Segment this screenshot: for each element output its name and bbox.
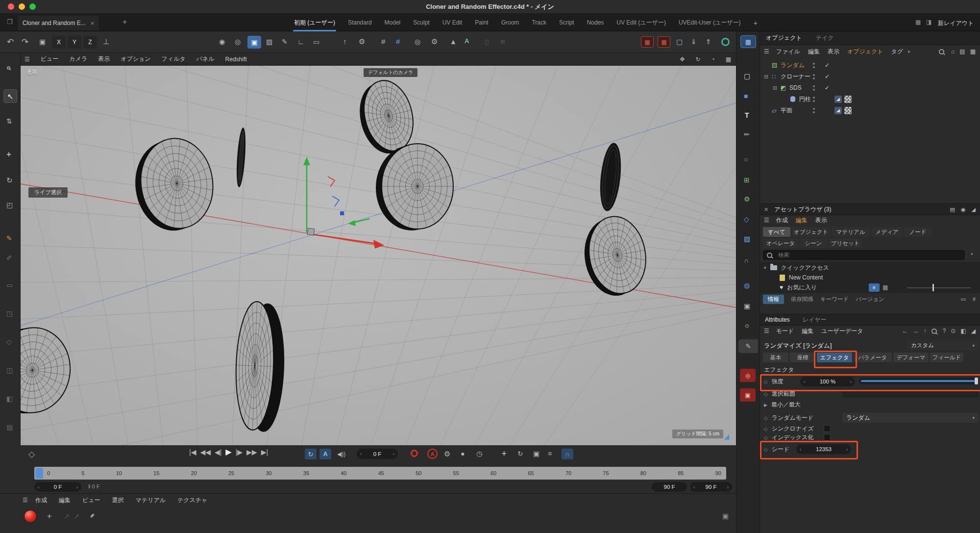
- layout-tab[interactable]: Model: [385, 19, 401, 26]
- plane-tool-icon[interactable]: ▭: [313, 38, 319, 45]
- keyframe-dot-icon[interactable]: ●: [461, 450, 465, 457]
- pen-tool-icon[interactable]: ✎: [282, 38, 288, 45]
- selection-field[interactable]: [842, 390, 979, 397]
- axis-lock-y-button[interactable]: Y: [68, 36, 81, 49]
- record-keyframe-icon[interactable]: [411, 450, 418, 457]
- workplane-up-icon[interactable]: ↑: [343, 38, 347, 45]
- preset-dropdown[interactable]: カスタム ▾: [907, 341, 979, 350]
- visibility-dots[interactable]: [813, 97, 815, 102]
- enabled-check-icon[interactable]: ✓: [825, 62, 830, 69]
- material-menu-create[interactable]: 作成: [35, 496, 47, 505]
- ab-menu-view[interactable]: 表示: [815, 216, 827, 225]
- tab-takes[interactable]: テイク: [816, 34, 834, 42]
- live-selection-tool-active[interactable]: ↖: [3, 89, 17, 103]
- render-view-button[interactable]: ▦: [641, 36, 654, 48]
- close-tab-icon[interactable]: ×: [91, 20, 95, 27]
- grid-view-icon[interactable]: ▦: [882, 284, 888, 290]
- om-menu-view[interactable]: 表示: [828, 48, 839, 56]
- redshift-light-button[interactable]: ◎: [740, 369, 756, 382]
- attr-menu-mode[interactable]: モード: [776, 327, 794, 335]
- ab-tab-nodes[interactable]: ノード: [904, 227, 931, 237]
- collapse-icon[interactable]: ⊟: [764, 74, 768, 79]
- minmax-row[interactable]: ▶ 最小／最大: [760, 400, 980, 409]
- attr-tab-deformer[interactable]: デフォーマ: [893, 353, 929, 362]
- visibility-dots[interactable]: [813, 63, 815, 68]
- om-grid-icon[interactable]: ▦: [970, 49, 976, 54]
- ab-record-icon[interactable]: ◉: [961, 207, 966, 212]
- attr-tab-basic[interactable]: 基本: [763, 353, 788, 362]
- ab-menu-edit[interactable]: 編集: [796, 216, 808, 225]
- redshift-camera-button[interactable]: ▣: [740, 388, 756, 402]
- om-menu-edit[interactable]: 編集: [808, 48, 820, 56]
- team-render-icon[interactable]: [721, 38, 730, 46]
- material-thumbnail-red[interactable]: [24, 510, 36, 522]
- toggle-views-icon[interactable]: ▦: [726, 56, 731, 62]
- folder-row-new-content[interactable]: New Content: [760, 273, 980, 282]
- spline-pen-icon[interactable]: ✎: [6, 235, 12, 242]
- axis-modify-icon[interactable]: ▲: [450, 38, 457, 45]
- layout-selector-active[interactable]: ▦: [740, 35, 756, 48]
- synchronize-checkbox[interactable]: [824, 425, 831, 432]
- material-hamburger-icon[interactable]: ☰: [23, 497, 28, 503]
- dotted-circle-icon[interactable]: ○: [744, 156, 748, 163]
- undo-icon[interactable]: ↶: [7, 38, 14, 46]
- om-home-icon[interactable]: ⌂: [951, 49, 955, 54]
- notch-pencil-button[interactable]: ✎: [738, 339, 758, 353]
- field-icon[interactable]: ◧: [6, 395, 13, 402]
- range-start-inc-icon[interactable]: ›: [76, 484, 78, 490]
- wire-cube-icon[interactable]: ▨: [744, 235, 750, 242]
- loop-mode-button[interactable]: ↻: [305, 449, 317, 459]
- current-frame-field[interactable]: ‹ 0 F ›: [357, 449, 398, 459]
- param-diamond-icon[interactable]: ◇: [764, 379, 768, 384]
- tree-row-cloner[interactable]: ⊟ ∷ クローナー ✓: [760, 71, 980, 82]
- brush-icon[interactable]: ✏: [744, 131, 750, 138]
- list-view-button[interactable]: ≡: [869, 283, 880, 292]
- add-cube-green-icon[interactable]: ⊞: [744, 177, 750, 183]
- attr-menu-edit[interactable]: 編集: [802, 327, 813, 335]
- diamond-blue-icon[interactable]: ◇: [744, 216, 749, 223]
- strength-field[interactable]: ‹ 100 % ›: [800, 377, 855, 386]
- tree-row-cylinder[interactable]: 円柱 ◢: [760, 94, 980, 104]
- visibility-dots[interactable]: [813, 108, 815, 113]
- grid-snap-active-icon[interactable]: #: [396, 38, 400, 45]
- range-start-field[interactable]: ‹ 0 F ›: [34, 482, 81, 492]
- move-tool-icon[interactable]: +: [6, 150, 11, 158]
- light-icon[interactable]: ☼: [744, 322, 750, 329]
- attr-tab-falloff[interactable]: フィールド: [930, 353, 963, 362]
- viewport-menu-redshift[interactable]: Redshift: [225, 56, 247, 63]
- axis-lock-x-button[interactable]: X: [52, 36, 66, 49]
- ab-search-dropdown-icon[interactable]: ▾: [971, 252, 973, 256]
- om-menu-more-icon[interactable]: ▸: [908, 49, 910, 54]
- extrude-icon[interactable]: ◳: [6, 310, 13, 317]
- info-panel-icon[interactable]: ▭: [960, 297, 965, 302]
- attr-hamburger-icon[interactable]: ☰: [764, 328, 769, 334]
- layout-tab[interactable]: Track: [532, 19, 546, 26]
- phong-tag-icon[interactable]: ◢: [834, 96, 842, 103]
- popout-icon[interactable]: ◢: [971, 328, 976, 334]
- info-tab[interactable]: 依存関係: [791, 296, 813, 303]
- layout-tab[interactable]: UV Edit (ユーザー): [616, 19, 666, 27]
- render-picture-viewer-button[interactable]: ▦: [658, 36, 670, 48]
- target-icon[interactable]: ◎: [415, 38, 420, 45]
- strength-slider-handle[interactable]: [975, 378, 978, 384]
- tree-row-sds[interactable]: ⊟ ◩ SDS ✓: [760, 82, 980, 93]
- next-frame-icon[interactable]: |▶: [236, 449, 243, 456]
- modeling-ring2-icon[interactable]: ◎: [235, 38, 241, 45]
- coordinate-system-icon[interactable]: ⊥: [103, 38, 109, 45]
- param-diamond-icon[interactable]: ◇: [764, 435, 768, 440]
- attr-tab-effector[interactable]: エフェクタ: [817, 353, 852, 362]
- ab-tab-presets[interactable]: プリセット: [829, 238, 862, 248]
- param-diamond-icon[interactable]: ◇: [764, 415, 768, 421]
- shape-square-icon[interactable]: ▢: [744, 73, 750, 79]
- material-menu-select[interactable]: 選択: [112, 496, 124, 505]
- add-material-icon[interactable]: +: [47, 512, 51, 520]
- view-maximize-icon[interactable]: ◢: [724, 432, 729, 440]
- ab-search-box[interactable]: [763, 250, 965, 260]
- key-scale-icon[interactable]: ▣: [533, 450, 539, 457]
- rotate-view-icon[interactable]: ↻: [695, 56, 700, 62]
- export-up-icon[interactable]: ⇑: [706, 38, 711, 45]
- random-mode-dropdown[interactable]: ランダム ▾: [842, 413, 979, 423]
- material-menu-texture[interactable]: テクスチャ: [177, 496, 207, 505]
- thumb-size-handle[interactable]: [932, 284, 934, 291]
- tab-attributes[interactable]: Attributes: [765, 316, 790, 323]
